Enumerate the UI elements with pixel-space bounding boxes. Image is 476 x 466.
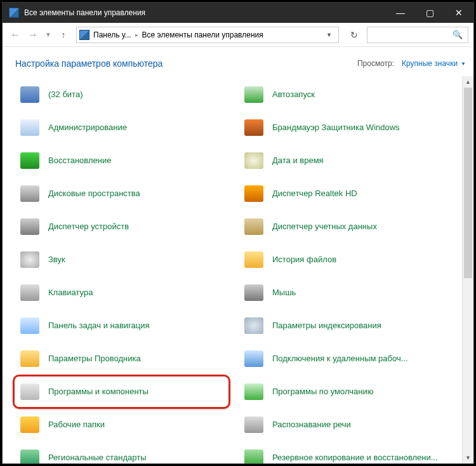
chevron-down-icon[interactable]: ▼ [322, 32, 336, 38]
chevron-right-icon: ▸ [135, 32, 138, 38]
item-label: Автозапуск [272, 90, 315, 100]
mouse-icon [243, 282, 265, 303]
control-panel-item-sound[interactable]: Звук [15, 244, 233, 276]
explorer-icon [19, 348, 41, 369]
item-label: Дисковые пространства [48, 189, 140, 199]
control-panel-item-keyboard[interactable]: Клавиатура [15, 277, 233, 309]
control-panel-item-programs[interactable]: Программы и компоненты [15, 376, 233, 408]
control-panel-item-firewall[interactable]: Брандмауэр Защитника Windows [239, 112, 457, 143]
refresh-button[interactable]: ↻ [344, 27, 364, 43]
item-label: Брандмауэр Защитника Windows [272, 123, 400, 133]
item-label: Восстановление [48, 156, 111, 166]
breadcrumb[interactable]: Панель у... ▸ Все элементы панели управл… [76, 27, 339, 43]
devmgr-icon [19, 216, 41, 237]
filehistory-icon [243, 249, 265, 270]
recovery-icon [19, 150, 41, 171]
breadcrumb-part[interactable]: Панель у... [93, 30, 131, 39]
items-grid: (32 бита)АвтозапускАдминистрированиеБран… [3, 76, 462, 463]
firewall-icon [243, 117, 265, 138]
control-panel-item-realtek[interactable]: Диспетчер Realtek HD [239, 178, 457, 210]
close-button[interactable]: ✕ [444, 3, 473, 23]
up-button[interactable]: ↑ [56, 27, 71, 43]
item-label: (32 бита) [48, 90, 83, 100]
item-label: Региональные стандарты [48, 453, 146, 463]
programs-icon [19, 381, 41, 403]
scrollbar-thumb[interactable] [464, 88, 472, 278]
control-panel-item-admin[interactable]: Администрирование [15, 112, 233, 143]
control-panel-icon [9, 8, 19, 18]
window: Все элементы панели управления — ▢ ✕ ← →… [3, 3, 473, 463]
control-panel-item-taskbar[interactable]: Панель задач и навигация [15, 310, 233, 342]
maximize-button[interactable]: ▢ [415, 3, 444, 23]
control-panel-item-flash[interactable]: (32 бита) [15, 79, 233, 110]
control-panel-item-mouse[interactable]: Мышь [239, 277, 457, 309]
keyboard-icon [19, 282, 41, 303]
history-dropdown[interactable]: ▼ [43, 27, 53, 43]
item-label: Программы и компоненты [48, 387, 149, 397]
datetime-icon [243, 150, 265, 171]
window-controls: — ▢ ✕ [386, 3, 473, 23]
item-label: Рабочие папки [48, 420, 105, 430]
control-panel-item-remote[interactable]: Подключения к удаленным рабоч... [239, 343, 457, 375]
scroll-down-icon[interactable]: ▼ [463, 452, 473, 463]
backup-icon [243, 447, 265, 463]
minimize-button[interactable]: — [386, 3, 415, 23]
control-panel-item-recovery[interactable]: Восстановление [15, 145, 233, 176]
item-label: Клавиатура [48, 288, 93, 298]
item-label: Дата и время [272, 156, 324, 166]
item-label: Панель задач и навигация [48, 321, 150, 331]
item-label: Звук [48, 255, 65, 265]
control-panel-item-devmgr[interactable]: Диспетчер устройств [15, 211, 233, 243]
flash-icon [19, 84, 41, 105]
admin-icon [19, 117, 41, 138]
remote-icon [243, 348, 265, 369]
titlebar: Все элементы панели управления — ▢ ✕ [3, 3, 473, 23]
view-option-label: Крупные значки [402, 59, 458, 68]
taskbar-icon [19, 315, 41, 336]
item-label: Параметры индексирования [272, 321, 381, 331]
control-panel-item-backup[interactable]: Резервное копирование и восстановлени... [239, 442, 457, 463]
item-label: Подключения к удаленным рабоч... [272, 354, 408, 364]
view-dropdown[interactable]: Крупные значки ▼ [402, 59, 466, 68]
control-panel-item-filehistory[interactable]: История файлов [239, 244, 457, 276]
control-panel-item-defaults[interactable]: Программы по умолчанию [239, 376, 457, 408]
item-label: История файлов [272, 255, 336, 265]
credmgr-icon [243, 216, 265, 237]
breadcrumb-part[interactable]: Все элементы панели управления [142, 30, 263, 39]
item-label: Диспетчер Realtek HD [272, 189, 357, 199]
control-panel-item-regional[interactable]: Региональные стандарты [15, 442, 233, 463]
item-label: Администрирование [48, 123, 127, 133]
control-panel-item-speech[interactable]: Распознавание речи [239, 409, 457, 441]
view-label: Просмотр: [357, 59, 394, 68]
header-row: Настройка параметров компьютера Просмотр… [3, 47, 473, 76]
item-label: Программы по умолчанию [272, 387, 373, 397]
control-panel-item-workfolders[interactable]: Рабочие папки [15, 409, 233, 441]
speech-icon [243, 414, 265, 436]
autoplay-icon [243, 84, 265, 105]
page-title: Настройка параметров компьютера [15, 58, 357, 69]
defaults-icon [243, 381, 265, 403]
window-title: Все элементы панели управления [24, 8, 386, 17]
item-label: Диспетчер учетных данных [272, 222, 377, 232]
control-panel-item-datetime[interactable]: Дата и время [239, 145, 457, 176]
vertical-scrollbar[interactable]: ▲ ▼ [462, 76, 473, 463]
control-panel-item-storage[interactable]: Дисковые пространства [15, 178, 233, 210]
forward-button[interactable]: → [25, 27, 41, 43]
control-panel-item-credmgr[interactable]: Диспетчер учетных данных [239, 211, 457, 243]
search-input[interactable]: 🔍 [367, 27, 468, 43]
indexing-icon [243, 315, 265, 336]
workfolders-icon [19, 414, 41, 436]
chevron-down-icon: ▼ [461, 61, 466, 67]
control-panel-item-explorer[interactable]: Параметры Проводника [15, 343, 233, 375]
item-label: Параметры Проводника [48, 354, 141, 364]
item-label: Резервное копирование и восстановлени... [272, 453, 438, 463]
control-panel-item-autoplay[interactable]: Автозапуск [239, 79, 457, 110]
item-label: Диспетчер устройств [48, 222, 129, 232]
control-panel-item-indexing[interactable]: Параметры индексирования [239, 310, 457, 342]
back-button[interactable]: ← [8, 27, 23, 43]
scroll-up-icon[interactable]: ▲ [463, 76, 473, 88]
search-icon: 🔍 [453, 30, 463, 39]
regional-icon [19, 447, 41, 463]
address-bar: ← → ▼ ↑ Панель у... ▸ Все элементы панел… [3, 23, 473, 47]
control-panel-icon [79, 30, 89, 40]
